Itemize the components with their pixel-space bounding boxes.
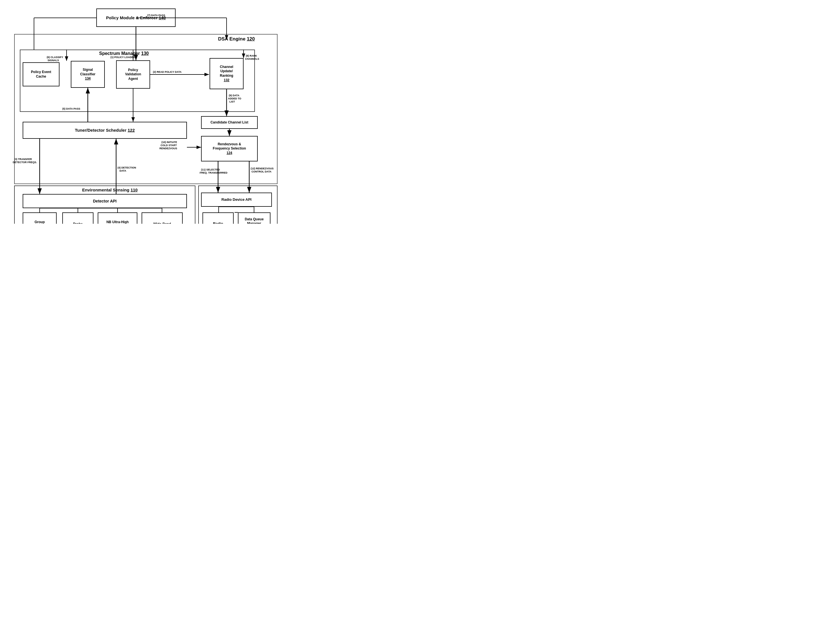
- tuner-scheduler-box: Tuner/Detector Scheduler 122: [23, 122, 187, 139]
- radio-device-api-label: Radio Device API: [222, 197, 251, 202]
- policy-module-number: 140: [159, 15, 166, 20]
- nb-detector-label: NB Ultra-HighSensitivityDetector: [107, 220, 129, 224]
- policy-event-cache-label: Policy EventCache: [31, 70, 51, 79]
- rendezvous-label: Rendezvous &Frequency Selection124: [213, 142, 246, 156]
- diagram-container: Policy Module & Enforcer 140 DSA Engine …: [6, 6, 278, 218]
- candidate-channel-label: Candidate Channel List: [210, 120, 248, 125]
- tuner-scheduler-label: Tuner/Detector Scheduler 122: [75, 127, 135, 133]
- wide-band-box: Wide-BandFFT Detector: [141, 212, 183, 224]
- policy-validation-box: PolicyValidationAgent: [116, 60, 150, 89]
- rendezvous-box: Rendezvous &Frequency Selection124: [201, 136, 258, 161]
- nb-detector-box: NB Ultra-HighSensitivityDetector: [98, 212, 137, 224]
- group-sensing-box: GroupSensingAlgorithm: [23, 212, 57, 224]
- dsa-engine-label: DSA Engine 120: [218, 36, 255, 42]
- detector-api-label: Detector API: [93, 199, 117, 204]
- policy-event-cache-box: Policy EventCache: [23, 62, 59, 86]
- wide-band-label: Wide-BandFFT Detector: [151, 222, 173, 224]
- data-queue-box: Data QueueManager152: [238, 212, 271, 224]
- radio-label: Radio: [213, 222, 223, 224]
- radio-device-api-box: Radio Device API: [201, 192, 272, 207]
- policy-module-box: Policy Module & Enforcer 140: [96, 8, 176, 27]
- candidate-channel-box: Candidate Channel List: [201, 116, 258, 129]
- detector-api-box: Detector API: [23, 194, 187, 208]
- policy-module-label: Policy Module & Enforcer 140: [106, 15, 166, 21]
- data-queue-label: Data QueueManager152: [245, 217, 264, 224]
- env-sensing-label: Environmental Sensing 110: [82, 187, 138, 192]
- probe-algorithm-box: ProbeAlgorithm: [62, 212, 94, 224]
- radio-box: Radio: [202, 212, 233, 224]
- channel-update-box: ChannelUpdate/Ranking132: [210, 58, 243, 89]
- policy-validation-label: PolicyValidationAgent: [125, 68, 141, 81]
- signal-classifier-box: SignalClassifier134: [71, 61, 105, 88]
- signal-classifier-label: SignalClassifier134: [80, 68, 95, 81]
- group-sensing-label: GroupSensingAlgorithm: [32, 220, 48, 224]
- channel-update-label: ChannelUpdate/Ranking132: [220, 65, 233, 82]
- probe-algorithm-label: ProbeAlgorithm: [70, 222, 86, 224]
